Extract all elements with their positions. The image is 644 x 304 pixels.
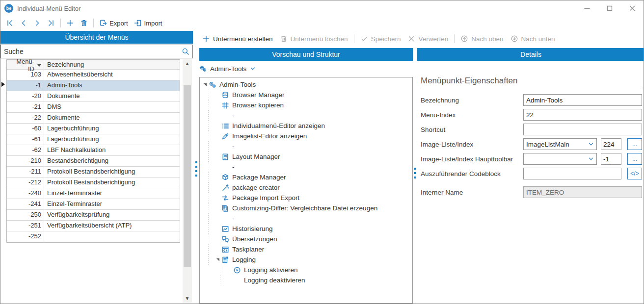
add-menu-button[interactable] — [64, 18, 77, 28]
left-splitter-handle[interactable] — [195, 161, 197, 177]
tree-separator-item[interactable]: - — [200, 162, 412, 172]
expander-icon[interactable] — [215, 258, 221, 261]
codeblock-input[interactable] — [523, 168, 621, 179]
breadcrumb[interactable]: Admin-Tools — [199, 63, 256, 75]
bezeichnung-label: Bezeichnung — [421, 97, 523, 104]
table-row[interactable]: -22Dokumente — [7, 113, 180, 124]
image-liste-label: Image-Liste/Index — [421, 141, 523, 148]
interner-name-input — [523, 186, 642, 198]
menu-index-label: Menu-Index — [421, 111, 523, 119]
move-up-button: Nach oben — [457, 33, 506, 44]
haupttoolbar-browse-button[interactable]: ... — [627, 153, 642, 165]
minimize-button[interactable] — [576, 0, 598, 16]
table-row[interactable]: 103Abwesenheitsübersicht — [7, 70, 180, 80]
maximize-button[interactable] — [598, 0, 621, 16]
table-row[interactable]: -60Lagerbuchführung — [7, 124, 180, 134]
table-row[interactable]: -62LBF Nachkalkulation — [7, 145, 180, 156]
image-index-input[interactable] — [601, 138, 621, 150]
tree-item[interactable]: Customizing-Differ: Vergleichbare Datei … — [200, 203, 412, 213]
bezeichnung-input[interactable] — [523, 94, 642, 106]
toolbar-separator — [60, 19, 61, 27]
table-row[interactable]: -20Dokumente — [7, 91, 180, 102]
column-header-menu-id[interactable]: Menü-ID — [7, 60, 44, 69]
table-row[interactable]: -211Protokoll Bestandsberichtigung — [7, 167, 180, 177]
close-button[interactable] — [621, 0, 644, 16]
export-button[interactable]: Export — [97, 18, 131, 28]
task-window-icon — [221, 246, 229, 253]
title-bar: be Individual-Menü Editor — [0, 0, 644, 16]
column-header-bezeichnung[interactable]: Bezeichnung — [44, 60, 180, 69]
tree-item-logging[interactable]: Logging — [200, 254, 412, 265]
menu-table: Menü-ID Bezeichnung 103Abwesenheitsübers… — [6, 59, 180, 243]
table-row-selected[interactable]: -1Admin-Tools — [7, 80, 180, 91]
create-submenu-button[interactable]: Untermenü erstellen — [199, 33, 276, 44]
table-scrollbar[interactable]: ▲ ▼ — [183, 59, 192, 303]
delete-menu-button[interactable] — [78, 18, 90, 28]
table-row[interactable]: -212Protokoll Bestandsberichtigung — [7, 177, 180, 188]
gears-icon — [209, 81, 216, 89]
scroll-down-icon[interactable]: ▼ — [183, 294, 192, 303]
search-icon[interactable] — [182, 48, 189, 55]
scroll-up-icon[interactable]: ▲ — [183, 59, 192, 68]
tree-item[interactable]: Historisierung — [200, 224, 412, 234]
scrollbar-thumb[interactable] — [184, 85, 191, 267]
right-splitter-handle[interactable] — [414, 168, 416, 178]
search-input[interactable] — [1, 48, 182, 55]
haupttoolbar-index-input[interactable] — [601, 153, 621, 165]
import-button[interactable]: Import — [132, 18, 165, 28]
tree-item[interactable]: Taskplaner — [200, 244, 412, 254]
tree-item[interactable]: Imagelist-Editor anzeigen — [200, 131, 412, 141]
menu-overview-header: Übersicht der Menüs — [0, 31, 193, 44]
table-row[interactable]: -250Verfügbarkeitsprüfung — [7, 210, 180, 221]
code-editor-button[interactable]: </> — [627, 168, 642, 179]
tree-item[interactable]: Layout Manager — [200, 152, 412, 162]
tree-separator-item[interactable]: - — [200, 213, 412, 224]
export-icon — [99, 19, 107, 27]
menu-index-input[interactable] — [523, 109, 642, 121]
table-row[interactable]: -251Verfügbarkeitsübersicht (ATP) — [7, 221, 180, 231]
nav-last-button[interactable] — [45, 18, 57, 28]
nav-prev-button[interactable] — [17, 18, 30, 28]
expander-icon[interactable] — [202, 83, 209, 86]
table-row[interactable]: -252 — [7, 231, 180, 242]
image-liste-haupttoolbar-dropdown[interactable] — [523, 153, 597, 165]
circle-down-icon — [510, 35, 518, 43]
table-row[interactable]: -61Lagerbuchführung — [7, 134, 180, 145]
nav-next-button[interactable] — [31, 18, 44, 28]
shortcut-input[interactable] — [523, 124, 642, 135]
chevron-down-icon[interactable] — [249, 65, 256, 72]
toolbar-separator — [93, 19, 94, 27]
tree-item[interactable]: Package Import Export — [200, 193, 412, 203]
tree-item[interactable]: package creator — [200, 182, 412, 193]
table-row[interactable]: -21DMS — [7, 102, 180, 113]
tree-item[interactable]: Browser Manager — [200, 90, 412, 100]
nav-first-button[interactable] — [3, 18, 16, 28]
image-liste-dropdown[interactable]: ImageListMain — [523, 138, 597, 150]
interner-name-label: Interner Name — [421, 189, 523, 196]
tree-item[interactable]: Package Manager — [200, 172, 412, 182]
field-menu-index: Menu-Index — [421, 109, 642, 121]
table-row[interactable]: -241Einzel-Terminraster — [7, 199, 180, 210]
documents-icon — [221, 204, 229, 212]
image-browse-button[interactable]: ... — [627, 138, 642, 150]
trash-icon — [280, 35, 288, 43]
tree-item-root[interactable]: Admin-Tools — [200, 79, 412, 90]
table-row[interactable]: -240Einzel-Terminraster — [7, 188, 180, 199]
main-toolbar: Export Import — [0, 16, 644, 30]
menu-overview-panel: Übersicht der Menüs Menü-ID Bezeichnung … — [0, 31, 193, 304]
tree-item[interactable]: Übersetzungen — [200, 234, 412, 244]
tree-item[interactable]: Individualmenü-Editor anzeigen — [200, 121, 412, 131]
tree-item[interactable]: Logging aktivieren — [200, 265, 412, 275]
tree-separator-item[interactable]: - — [200, 110, 412, 121]
field-bezeichnung: Bezeichnung — [421, 94, 642, 106]
app-logo-icon: be — [4, 4, 13, 13]
field-shortcut: Shortcut — [421, 124, 642, 135]
search-box — [0, 45, 193, 58]
table-row[interactable]: -210Bestandsberichtigung — [7, 156, 180, 167]
delete-submenu-button: Untermenü löschen — [277, 33, 351, 44]
structure-panel-header: Vorschau und Struktur — [199, 48, 413, 61]
tree-item[interactable]: Logging deaktivieren — [200, 275, 412, 285]
tree-item[interactable]: Browser kopieren — [200, 100, 412, 110]
tree-separator-item[interactable]: - — [200, 141, 412, 152]
database-icon — [221, 91, 229, 99]
